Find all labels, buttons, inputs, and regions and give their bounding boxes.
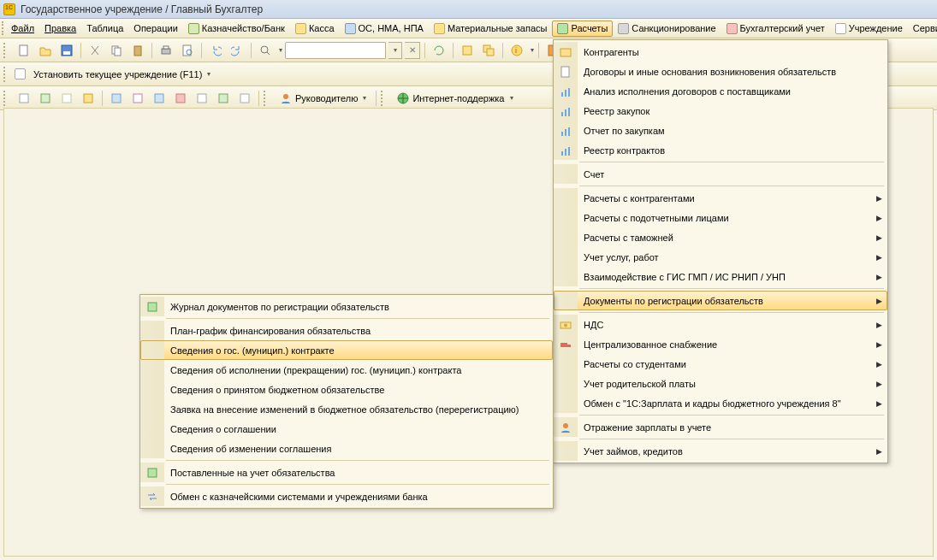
paste-button[interactable]: [128, 41, 147, 60]
print-button[interactable]: [157, 41, 175, 60]
svg-point-14: [512, 45, 522, 56]
copy-button[interactable]: [107, 41, 126, 60]
help-icon: i: [511, 44, 523, 56]
ex-btn-7[interactable]: [150, 89, 169, 108]
submenu-item[interactable]: Журнал документов по регистрации обязате…: [140, 297, 553, 316]
menu-operations[interactable]: Операции: [128, 21, 182, 36]
submenu-item[interactable]: Сведения об исполнении (прекращении) гос…: [140, 360, 553, 380]
menu-item[interactable]: Обмен с "1С:Зарплата и кадры бюджетного …: [554, 393, 887, 413]
submenu-item-label: Журнал документов по регистрации обязате…: [164, 302, 543, 312]
submenu-item[interactable]: План-график финансирования обязательства: [140, 321, 553, 340]
cut-icon: [89, 44, 101, 56]
menu-item[interactable]: НДС▶: [554, 315, 887, 334]
svg-rect-52: [148, 303, 157, 311]
save-button[interactable]: [57, 41, 76, 60]
menu-separator: [579, 439, 884, 439]
new-button[interactable]: [15, 41, 33, 60]
submenu-item[interactable]: Заявка на внесение изменений в бюджетное…: [140, 399, 553, 419]
menu-item[interactable]: Счет: [554, 164, 887, 184]
ex-btn-1[interactable]: [15, 89, 33, 108]
menu-materials[interactable]: Материальные запасы: [429, 21, 553, 37]
link-button[interactable]: [458, 41, 477, 60]
submenu-arrow-icon: ▶: [876, 194, 882, 203]
menu-item[interactable]: Взаимодействие с ГИС ГМП / ИС РНИП / УНП…: [554, 267, 887, 286]
svg-rect-6: [162, 49, 170, 54]
menu-item[interactable]: Реестр закупок: [554, 101, 887, 121]
toolbar-grip[interactable]: [2, 21, 3, 35]
toolbar-grip[interactable]: [3, 67, 9, 82]
redo-button[interactable]: [228, 41, 246, 60]
menu-sanction[interactable]: Санкционирование: [613, 21, 721, 37]
copy-link-button[interactable]: [479, 41, 498, 60]
ex-btn-3[interactable]: [57, 89, 76, 108]
svg-point-51: [563, 423, 568, 428]
toolbar-grip[interactable]: [3, 91, 9, 106]
submenu-item[interactable]: Сведения о гос. (муницип.) контракте: [140, 340, 553, 360]
menu-separator: [579, 415, 884, 416]
search-dropdown[interactable]: ▾: [388, 42, 402, 59]
cut-button[interactable]: [86, 41, 104, 60]
submenu-item[interactable]: Поставленные на учет обязательства: [140, 463, 553, 482]
undo-icon: [210, 44, 222, 56]
menu-calc[interactable]: Расчеты: [552, 21, 613, 37]
set-institution[interactable]: Установить текущее учреждение (F11) ▾: [28, 69, 216, 80]
menu-item[interactable]: Учет родительской платы▶: [554, 374, 887, 393]
ex-btn-11[interactable]: [235, 89, 254, 108]
submenu-item[interactable]: Сведения об изменении соглашения: [140, 439, 553, 458]
refresh-button[interactable]: [430, 41, 448, 60]
submenu-item[interactable]: Сведения о принятом бюджетном обязательс…: [140, 380, 553, 399]
toolbar-grip[interactable]: [381, 91, 386, 106]
blank-icon: [140, 340, 164, 360]
menu-item[interactable]: Анализ исполнения договоров с поставщика…: [554, 81, 887, 101]
menu-item[interactable]: Контрагенты: [554, 42, 887, 62]
chart-icon: [554, 140, 578, 160]
ex-btn-2[interactable]: [36, 89, 55, 108]
menu-item[interactable]: Расчеты с подотчетными лицами▶: [554, 208, 887, 227]
menu-item[interactable]: Расчеты с контрагентами▶: [554, 188, 887, 208]
menu-item[interactable]: Отражение зарплаты в учете: [554, 417, 887, 437]
menu-cash[interactable]: Касса: [290, 21, 340, 37]
help-button[interactable]: i: [507, 41, 526, 60]
manager-menu[interactable]: Руководителю ▾: [275, 92, 371, 104]
menu-os[interactable]: ОС, НМА, НПА: [340, 21, 429, 37]
svg-rect-7: [163, 46, 169, 49]
search-button[interactable]: [256, 41, 275, 60]
ex-btn-5[interactable]: [107, 89, 126, 108]
toolbar-grip[interactable]: [264, 91, 269, 106]
menu-edit[interactable]: Правка: [39, 21, 81, 36]
preview-button[interactable]: [178, 41, 197, 60]
menu-item[interactable]: Документы по регистрации обязательств▶: [554, 291, 887, 310]
blank-icon: [554, 188, 578, 208]
search-clear[interactable]: ✕: [405, 42, 420, 59]
search-input[interactable]: [285, 42, 386, 59]
menu-item[interactable]: Учет займов, кредитов▶: [554, 441, 887, 461]
ex-btn-6[interactable]: [128, 89, 147, 108]
menu-item[interactable]: Централизованное снабжение▶: [554, 334, 887, 354]
menu-file[interactable]: Файл: [6, 21, 39, 36]
internet-support-menu[interactable]: Интернет-поддержка ▾: [392, 92, 518, 104]
search-caret[interactable]: ▾: [279, 46, 282, 54]
menu-item[interactable]: Расчеты с таможней▶: [554, 227, 887, 247]
menu-item[interactable]: Учет услуг, работ▶: [554, 247, 887, 267]
svg-rect-43: [568, 127, 570, 136]
menu-item-label: Счет: [578, 169, 869, 180]
ex-btn-8[interactable]: [171, 89, 190, 108]
submenu-item[interactable]: Сведения о соглашении: [140, 419, 553, 439]
menu-org[interactable]: Учреждение: [830, 21, 908, 37]
menu-treasury[interactable]: Казначейство/Банк: [183, 21, 290, 37]
folder-icon: [554, 42, 578, 62]
menu-item[interactable]: Расчеты со студентами▶: [554, 354, 887, 374]
ex-btn-10[interactable]: [214, 89, 233, 108]
menu-item[interactable]: Договоры и иные основания возникновения …: [554, 62, 887, 81]
toolbar-grip[interactable]: [3, 43, 9, 58]
menu-service[interactable]: Сервис: [908, 21, 937, 36]
menu-accounting[interactable]: Бухгалтерский учет: [721, 21, 830, 37]
menu-item[interactable]: Отчет по закупкам: [554, 121, 887, 140]
menu-table[interactable]: Таблица: [81, 21, 128, 36]
undo-button[interactable]: [206, 41, 225, 60]
ex-btn-4[interactable]: [79, 89, 98, 108]
ex-btn-9[interactable]: [193, 89, 211, 108]
submenu-item[interactable]: Обмен с казначейскими системами и учрежд…: [140, 486, 553, 506]
menu-item[interactable]: Реестр контрактов: [554, 140, 887, 160]
open-button[interactable]: [36, 41, 55, 60]
